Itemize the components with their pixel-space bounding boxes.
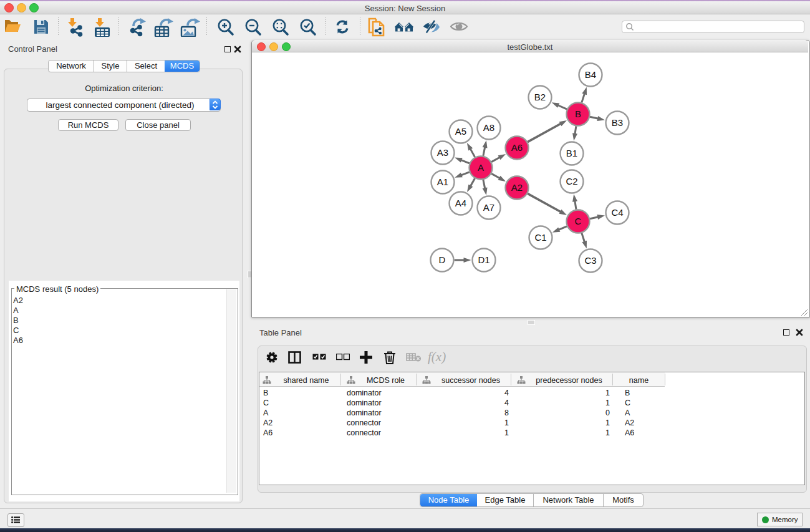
svg-text:A4: A4: [455, 198, 466, 208]
svg-text:A6: A6: [511, 142, 523, 153]
svg-text:B: B: [575, 109, 581, 119]
svg-text:C2: C2: [566, 176, 577, 186]
svg-text:C: C: [575, 216, 582, 226]
svg-text:D1: D1: [478, 254, 489, 265]
svg-text:A1: A1: [437, 177, 448, 187]
svg-text:B4: B4: [585, 69, 596, 80]
svg-text:A3: A3: [437, 147, 448, 158]
svg-text:A8: A8: [483, 122, 494, 133]
svg-text:A2: A2: [511, 182, 523, 193]
svg-text:C4: C4: [611, 207, 623, 218]
svg-text:A5: A5: [455, 126, 466, 137]
svg-text:A7: A7: [483, 202, 494, 213]
svg-text:B3: B3: [612, 117, 623, 128]
svg-text:B2: B2: [534, 92, 546, 102]
svg-text:A: A: [478, 162, 484, 173]
svg-text:B1: B1: [566, 148, 577, 158]
svg-text:D: D: [439, 254, 446, 265]
svg-text:C3: C3: [584, 255, 596, 266]
svg-text:C1: C1: [534, 232, 546, 243]
